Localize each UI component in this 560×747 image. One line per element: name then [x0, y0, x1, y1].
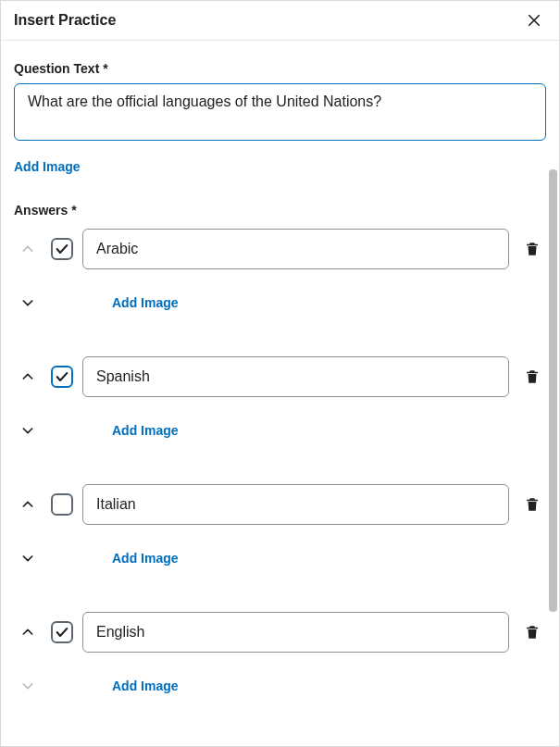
move-up-button[interactable]: [14, 493, 42, 516]
add-image-answer-button[interactable]: Add Image: [112, 295, 179, 310]
answer-input[interactable]: [82, 356, 509, 397]
delete-answer-button[interactable]: [518, 492, 546, 517]
dialog-body: Question Text * Add Image Answers * Add …: [1, 41, 559, 746]
scrollbar[interactable]: [549, 169, 557, 612]
checkmark-icon: [55, 625, 69, 640]
question-text-input[interactable]: [14, 83, 546, 141]
chevron-up-icon: [20, 497, 35, 512]
chevron-down-icon: [20, 423, 35, 438]
chevron-down-icon: [20, 679, 35, 693]
question-text-label: Question Text *: [14, 61, 546, 76]
answer-block: Add Image: [14, 229, 546, 314]
answer-block: Add Image: [14, 484, 546, 569]
delete-answer-button[interactable]: [518, 237, 546, 261]
move-up-button[interactable]: [14, 238, 42, 260]
expand-toggle-button[interactable]: [14, 675, 42, 697]
expand-toggle-button[interactable]: [14, 547, 42, 569]
correct-checkbox[interactable]: [51, 238, 73, 260]
trash-icon: [524, 624, 541, 641]
answers-label: Answers *: [14, 203, 546, 218]
answer-input[interactable]: [82, 612, 509, 653]
correct-checkbox[interactable]: [51, 366, 73, 388]
chevron-up-icon: [20, 625, 35, 640]
close-button[interactable]: [522, 8, 546, 32]
answer-input[interactable]: [82, 229, 509, 269]
chevron-up-icon: [20, 242, 35, 256]
move-up-button[interactable]: [14, 621, 42, 643]
dialog-title: Insert Practice: [14, 12, 116, 29]
dialog-header: Insert Practice: [1, 1, 559, 41]
checkmark-icon: [55, 242, 69, 256]
expand-toggle-button[interactable]: [14, 292, 42, 314]
add-image-answer-button[interactable]: Add Image: [112, 551, 179, 566]
chevron-down-icon: [20, 551, 35, 566]
add-image-question-button[interactable]: Add Image: [14, 159, 81, 174]
answer-block: Add Image: [14, 612, 546, 697]
trash-icon: [524, 368, 541, 385]
chevron-up-icon: [20, 369, 35, 384]
delete-answer-button[interactable]: [518, 365, 546, 389]
trash-icon: [524, 496, 541, 513]
correct-checkbox[interactable]: [51, 621, 73, 643]
add-image-answer-button[interactable]: Add Image: [112, 679, 179, 693]
checkmark-icon: [55, 369, 69, 384]
move-up-button[interactable]: [14, 366, 42, 388]
add-image-answer-button[interactable]: Add Image: [112, 423, 179, 438]
trash-icon: [524, 241, 541, 257]
delete-answer-button[interactable]: [518, 620, 546, 644]
chevron-down-icon: [20, 295, 35, 310]
answer-input[interactable]: [82, 484, 509, 525]
close-icon: [526, 12, 542, 29]
correct-checkbox[interactable]: [51, 493, 73, 516]
answer-block: Add Image: [14, 356, 546, 442]
expand-toggle-button[interactable]: [14, 419, 42, 442]
insert-practice-dialog: Insert Practice Question Text * Add Imag…: [0, 0, 560, 747]
